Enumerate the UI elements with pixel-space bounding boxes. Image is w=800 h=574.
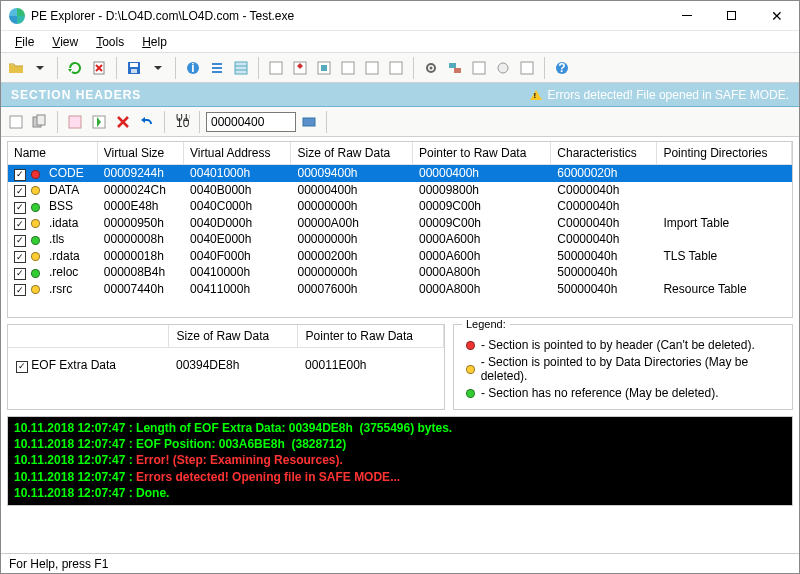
cell-vaddr: 0040F000h [184,248,291,265]
tool1-button[interactable] [265,57,287,79]
window-controls: ✕ [664,1,799,30]
subtool2-button[interactable] [29,111,51,133]
row-checkbox[interactable]: ✓ [14,185,26,197]
cell-sraw: 00000400h [291,182,412,199]
col-3[interactable]: Size of Raw Data [291,142,412,165]
cell-chars: 50000040h [551,248,657,265]
cell-vaddr: 0040C000h [184,198,291,215]
list-button[interactable] [206,57,228,79]
subtool1-button[interactable] [5,111,27,133]
col-5[interactable]: Characteristics [551,142,657,165]
section-headers-button[interactable] [230,57,252,79]
col-1[interactable]: Virtual Size [97,142,183,165]
gear-button[interactable] [420,57,442,79]
tool10-button[interactable] [516,57,538,79]
row-checkbox[interactable]: ✓ [14,218,26,230]
offset-input[interactable] [206,112,296,132]
log-line: 10.11.2018 12:07:47 : Error! (Step: Exam… [14,452,786,468]
subtool-undo-button[interactable] [136,111,158,133]
dropdown2-button[interactable] [147,57,169,79]
menu-help[interactable]: Help [134,33,175,51]
cell-vsize: 00000008h [97,231,183,248]
subtool-delete-button[interactable] [112,111,134,133]
maximize-button[interactable] [709,1,754,30]
section-warning: Errors detected! File opened in SAFE MOD… [530,88,789,102]
table-row[interactable]: ✓.idata00000950h0040D000h00000A00h00009C… [8,215,792,232]
col-6[interactable]: Pointing Directories [657,142,792,165]
row-checkbox[interactable]: ✓ [14,268,26,280]
tool5-button[interactable] [361,57,383,79]
cell-sraw: 00000000h [291,198,412,215]
menu-tools[interactable]: Tools [88,33,132,51]
table-row[interactable]: ✓DATA0000024Ch0040B000h00000400h00009800… [8,182,792,199]
status-dot-icon [31,170,40,179]
row-checkbox[interactable]: ✓ [14,202,26,214]
subtool3-button[interactable] [64,111,86,133]
tool8-button[interactable] [468,57,490,79]
subtool4-button[interactable] [88,111,110,133]
status-dot-icon [31,203,40,212]
svg-rect-10 [321,65,327,71]
cell-dirs: Resource Table [657,281,792,298]
cell-dirs [657,198,792,215]
cell-name: .rdata [43,248,98,265]
col-2[interactable]: Virtual Address [184,142,291,165]
goto-button[interactable] [298,111,320,133]
close-button[interactable]: ✕ [754,1,799,30]
cell-vsize: 000008B4h [97,264,183,281]
svg-rect-23 [10,116,22,128]
minimize-button[interactable] [664,1,709,30]
open-button[interactable] [5,57,27,79]
cell-praw: 0000A600h [412,248,550,265]
tool4-button[interactable] [337,57,359,79]
tool6-button[interactable] [385,57,407,79]
dropdown-button[interactable] [29,57,51,79]
tool2-button[interactable] [289,57,311,79]
cell-vaddr: 0040B000h [184,182,291,199]
binary-button[interactable]: 01011010 [171,111,193,133]
titlebar: PE Explorer - D:\LO4D.com\LO4D.com - Tes… [1,1,799,31]
save-button[interactable] [123,57,145,79]
row-checkbox[interactable]: ✓ [14,284,26,296]
status-dot-icon [31,285,40,294]
row-checkbox[interactable]: ✓ [14,235,26,247]
menu-view[interactable]: View [44,33,86,51]
close-icon: ✕ [771,9,783,23]
cell-praw: 0000A600h [412,231,550,248]
svg-rect-20 [521,62,533,74]
table-row[interactable]: ✓CODE00009244h00401000h00009400h00000400… [8,165,792,182]
table-row[interactable]: ✓.rdata00000018h0040F000h00000200h0000A6… [8,248,792,265]
delete-button[interactable] [88,57,110,79]
refresh-button[interactable] [64,57,86,79]
help-button[interactable]: ? [551,57,573,79]
tool3-button[interactable] [313,57,335,79]
eof-praw: 00011E00h [297,348,443,383]
status-dot-icon [31,252,40,261]
window-title: PE Explorer - D:\LO4D.com\LO4D.com - Tes… [31,9,664,23]
info-button[interactable]: i [182,57,204,79]
lower-panels: Size of Raw Data Pointer to Raw Data ✓ E… [7,324,793,410]
tool9-button[interactable] [492,57,514,79]
log-console[interactable]: 10.11.2018 12:07:47 : Length of EOF Extr… [7,416,793,506]
tool7-button[interactable] [444,57,466,79]
eof-checkbox[interactable]: ✓ [16,361,28,373]
legend-red-dot-icon [466,341,475,350]
table-row[interactable]: ✓.tls00000008h0040E000h00000000h0000A600… [8,231,792,248]
col-4[interactable]: Pointer to Raw Data [412,142,550,165]
cell-name: CODE [43,165,98,182]
row-checkbox[interactable]: ✓ [14,251,26,263]
cell-dirs: TLS Table [657,248,792,265]
cell-name: BSS [43,198,98,215]
cell-sraw: 00009400h [291,165,412,182]
cell-chars: C0000040h [551,231,657,248]
app-icon [9,8,25,24]
cell-vaddr: 00411000h [184,281,291,298]
table-row[interactable]: ✓.reloc000008B4h00410000h00000000h0000A8… [8,264,792,281]
cell-praw: 0000A800h [412,264,550,281]
col-name[interactable]: Name [8,142,97,165]
table-row[interactable]: ✓.rsrc00007440h00411000h00007600h0000A80… [8,281,792,298]
cell-chars: C0000040h [551,215,657,232]
table-row[interactable]: ✓BSS0000E48h0040C000h00000000h00009C00hC… [8,198,792,215]
row-checkbox[interactable]: ✓ [14,169,26,181]
menu-file[interactable]: File [7,33,42,51]
